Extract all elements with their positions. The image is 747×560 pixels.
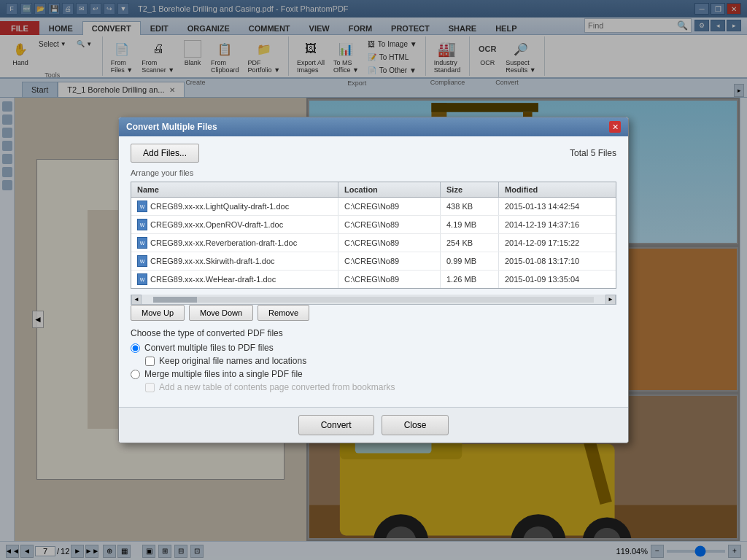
file-name-text-3: CREG89.xx-xx.Skirwith-draft-1.doc — [150, 257, 275, 265]
dialog-close-button[interactable]: ✕ — [609, 121, 621, 133]
file-list-row-1[interactable]: W CREG89.xx-xx.OpenROV-draft-1.doc C:\CR… — [131, 216, 616, 234]
close-dialog-button[interactable]: Close — [382, 415, 449, 435]
option1-radio[interactable]: Convert multiple files to PDF files — [131, 343, 616, 353]
remove-button[interactable]: Remove — [258, 305, 309, 321]
options-section: Choose the type of converted PDF files C… — [131, 328, 616, 392]
options-title: Choose the type of converted PDF files — [131, 328, 616, 338]
scroll-track[interactable] — [153, 297, 594, 303]
file-name-text-1: CREG89.xx-xx.OpenROV-draft-1.doc — [150, 220, 283, 229]
file-doc-icon-3: W — [137, 255, 147, 267]
file-size-cell-4: 1.26 MB — [441, 271, 499, 288]
horizontal-scrollbar[interactable]: ◄ ► — [131, 295, 616, 305]
file-name-cell-2: W CREG89.xx-xx.Reverberation-draft-1.doc — [131, 234, 338, 252]
move-up-button[interactable]: Move Up — [131, 305, 185, 321]
dialog-overlay: Convert Multiple Files ✕ Add Files... To… — [0, 0, 747, 560]
file-name-text-4: CREG89.xx-xx.WeHear-draft-1.doc — [150, 275, 276, 284]
scroll-right-arrow[interactable]: ► — [605, 295, 616, 305]
file-name-cell-1: W CREG89.xx-xx.OpenROV-draft-1.doc — [131, 216, 338, 233]
file-name-text-0: CREG89.xx-xx.LightQuality-draft-1.doc — [150, 202, 289, 211]
file-location-cell-3: C:\CREG\No89 — [338, 252, 441, 270]
suboption1-checkbox-input[interactable] — [145, 357, 155, 366]
file-location-cell-1: C:\CREG\No89 — [338, 216, 441, 233]
suboption1-checkbox[interactable]: Keep original file names and locations — [145, 356, 616, 366]
file-modified-cell-0: 2015-01-13 14:42:54 — [499, 198, 616, 215]
file-name-cell-4: W CREG89.xx-xx.WeHear-draft-1.doc — [131, 271, 338, 288]
col-size: Size — [441, 182, 499, 197]
file-list-row-4[interactable]: W CREG89.xx-xx.WeHear-draft-1.doc C:\CRE… — [131, 271, 616, 288]
move-buttons: Move Up Move Down Remove — [131, 305, 616, 321]
convert-multiple-files-dialog: Convert Multiple Files ✕ Add Files... To… — [118, 117, 629, 443]
col-location: Location — [338, 182, 441, 197]
scroll-thumb[interactable] — [153, 297, 197, 303]
file-list-container: Name Location Size Modified W CREG89.xx-… — [131, 182, 616, 289]
file-modified-cell-2: 2014-12-09 17:15:22 — [499, 234, 616, 252]
option1-label: Convert multiple files to PDF files — [144, 343, 274, 353]
dialog-footer: Convert Close — [119, 407, 628, 443]
file-modified-cell-1: 2014-12-19 14:37:16 — [499, 216, 616, 233]
file-doc-icon-2: W — [137, 237, 147, 249]
arrange-label: Arrange your files — [131, 168, 616, 177]
file-modified-cell-3: 2015-01-08 13:17:10 — [499, 252, 616, 270]
suboption1-label: Keep original file names and locations — [159, 356, 306, 366]
dialog-top-row: Add Files... Total 5 Files — [131, 144, 616, 163]
file-doc-icon-1: W — [137, 219, 147, 230]
file-location-cell-0: C:\CREG\No89 — [338, 198, 441, 215]
move-down-button[interactable]: Move Down — [189, 305, 253, 321]
suboption2-label: Add a new table of contents page convert… — [159, 382, 395, 392]
suboption2-checkbox: Add a new table of contents page convert… — [145, 382, 616, 392]
file-name-text-2: CREG89.xx-xx.Reverberation-draft-1.doc — [150, 238, 297, 247]
convert-button[interactable]: Convert — [298, 415, 374, 435]
suboption2-checkbox-input — [145, 383, 155, 392]
file-size-cell-1: 4.19 MB — [441, 216, 499, 233]
file-modified-cell-4: 2015-01-09 13:35:04 — [499, 271, 616, 288]
file-list-body[interactable]: W CREG89.xx-xx.LightQuality-draft-1.doc … — [131, 198, 616, 288]
file-size-cell-2: 254 KB — [441, 234, 499, 252]
file-location-cell-2: C:\CREG\No89 — [338, 234, 441, 252]
file-list-row-3[interactable]: W CREG89.xx-xx.Skirwith-draft-1.doc C:\C… — [131, 252, 616, 271]
file-list-row-2[interactable]: W CREG89.xx-xx.Reverberation-draft-1.doc… — [131, 234, 616, 252]
file-list-header: Name Location Size Modified — [131, 182, 616, 198]
file-name-cell-0: W CREG89.xx-xx.LightQuality-draft-1.doc — [131, 198, 338, 215]
dialog-title-bar: Convert Multiple Files ✕ — [119, 117, 628, 136]
option2-label: Merge multiple files into a single PDF f… — [144, 369, 303, 379]
dialog-title: Convert Multiple Files — [126, 122, 217, 132]
dialog-body: Add Files... Total 5 Files Arrange your … — [119, 136, 628, 407]
option2-radio-input[interactable] — [131, 370, 140, 379]
file-doc-icon-4: W — [137, 273, 147, 285]
file-doc-icon-0: W — [137, 201, 147, 212]
file-list-row-0[interactable]: W CREG89.xx-xx.LightQuality-draft-1.doc … — [131, 198, 616, 216]
col-name: Name — [131, 182, 338, 197]
add-files-button[interactable]: Add Files... — [131, 144, 199, 163]
file-size-cell-3: 0.99 MB — [441, 252, 499, 270]
col-modified: Modified — [499, 182, 616, 197]
file-location-cell-4: C:\CREG\No89 — [338, 271, 441, 288]
file-name-cell-3: W CREG89.xx-xx.Skirwith-draft-1.doc — [131, 252, 338, 270]
option1-radio-input[interactable] — [131, 343, 140, 353]
scroll-left-arrow[interactable]: ◄ — [131, 295, 142, 305]
file-size-cell-0: 438 KB — [441, 198, 499, 215]
total-files-label: Total 5 Files — [570, 148, 616, 158]
option2-radio[interactable]: Merge multiple files into a single PDF f… — [131, 369, 616, 379]
